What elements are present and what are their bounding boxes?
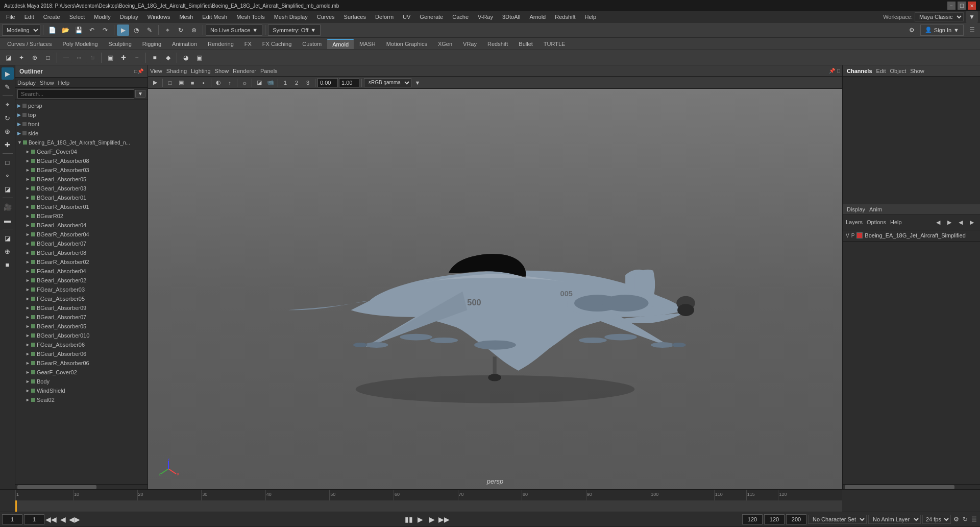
list-item[interactable]: ► WindShield (15, 386, 148, 395)
menu-select[interactable]: Select (65, 13, 89, 21)
create-poly-button[interactable]: □ (2, 156, 14, 169)
vp-lights-button[interactable]: ☼ (239, 78, 250, 87)
sign-in-button[interactable]: 👤 Sign In ▼ (920, 25, 964, 36)
goto-end-button[interactable]: ▶▶ (439, 514, 449, 524)
tab-redshift[interactable]: Redshift (482, 39, 513, 49)
fps-selector[interactable]: 24 fps (922, 515, 951, 524)
list-item[interactable]: ► FGear_Absorber05 (15, 294, 148, 303)
paint-select-button[interactable]: ✎ (143, 25, 156, 36)
isolate-button[interactable]: ◕ (180, 52, 192, 63)
snap-surface-button[interactable]: □ (42, 52, 54, 63)
right-panel-scrollbar[interactable] (843, 484, 980, 489)
vp-grid-button[interactable]: ◪ (254, 78, 264, 87)
vp-display-quality-low[interactable]: 1 (280, 78, 290, 87)
timeline-ruler[interactable]: 1102030405060708090100110115120 (15, 490, 842, 501)
menu-windows[interactable]: Windows (143, 13, 175, 21)
list-item[interactable]: ► BGearR_Absorber01 (15, 202, 148, 211)
save-scene-button[interactable]: 💾 (72, 25, 85, 36)
menu-uv[interactable]: UV (399, 13, 414, 21)
list-item[interactable]: ► BGearl_Absorber05 (15, 175, 148, 184)
list-item[interactable]: ► GearF_Cover02 (15, 368, 148, 377)
vp-display-quality-med[interactable]: 2 (291, 78, 302, 87)
snap-curve-button[interactable]: ✦ (15, 52, 28, 63)
menu-surfaces[interactable]: Surfaces (340, 13, 370, 21)
layer-prev2-button[interactable]: ◀ (955, 218, 966, 227)
rotate-lt-button[interactable]: ↻ (2, 112, 14, 124)
list-item[interactable]: ► BGearR_Absorber02 (15, 257, 148, 267)
vp-render-button[interactable]: ▶ (150, 78, 160, 87)
open-scene-button[interactable]: 📂 (59, 25, 71, 36)
menu-curves[interactable]: Curves (313, 13, 339, 21)
tab-animation[interactable]: Animation (167, 39, 202, 49)
stop-button[interactable]: ▮▮ (404, 514, 414, 524)
goto-start-button[interactable]: ◀◀ (46, 514, 56, 524)
list-item[interactable]: ► BGearl_Absorber07 (15, 313, 148, 322)
display-lt-button[interactable]: ■ (2, 258, 14, 271)
vp-smooth-button[interactable]: ▣ (176, 78, 186, 87)
next-frame-button[interactable]: ▶ (427, 514, 437, 524)
select-tool-lt-button[interactable]: ▶ (2, 67, 14, 80)
poly-select-button[interactable]: ▣ (104, 52, 116, 63)
scale-tool-button[interactable]: ⊛ (188, 25, 200, 36)
list-item[interactable]: ► BGearR_Absorber08 (15, 156, 148, 165)
tab-motion-graphics[interactable]: Motion Graphics (381, 39, 432, 49)
menu-help[interactable]: Help (581, 13, 601, 21)
move-tool-button[interactable]: ⌖ (161, 25, 174, 36)
menu-file[interactable]: File (2, 13, 19, 21)
menu-deform[interactable]: Deform (371, 13, 398, 21)
tab-turtle[interactable]: TURTLE (538, 39, 571, 49)
reflection-button[interactable]: ◾ (86, 52, 99, 63)
outliner-item-side[interactable]: ▶ side (15, 129, 148, 138)
list-item[interactable]: ► BGearl_Absorber03 (15, 184, 148, 193)
new-scene-button[interactable]: 📄 (46, 25, 58, 36)
create-surface-button[interactable]: ◪ (2, 183, 14, 195)
layer-prev-button[interactable]: ◀ (933, 218, 943, 227)
vp-display-quality-high[interactable]: 3 (303, 78, 313, 87)
layer-tab-display[interactable]: Display (847, 206, 865, 212)
frame-all-button[interactable]: ▣ (193, 52, 205, 63)
snap-point-button[interactable]: ⊕ (29, 52, 41, 63)
menu-modify[interactable]: Modify (90, 13, 114, 21)
prev-frame-button[interactable]: ◀ (58, 514, 68, 524)
vp-value1-input[interactable]: 0.00 (317, 78, 338, 87)
list-item[interactable]: ► BGearl_Absorber05 (15, 322, 148, 331)
move-lt-button[interactable]: ⌖ (2, 99, 14, 111)
lasso-select-button[interactable]: ◔ (130, 25, 142, 36)
outliner-menu-display[interactable]: Display (17, 80, 36, 86)
menu-edit[interactable]: Edit (20, 13, 38, 21)
multi-cut-button[interactable]: ◆ (162, 52, 174, 63)
grid-lt-button[interactable]: ◪ (2, 232, 14, 244)
channel-tab-edit[interactable]: Edit (876, 68, 886, 74)
play-back-button[interactable]: ◀▶ (69, 514, 80, 524)
outliner-horizontal-scrollbar[interactable] (15, 484, 148, 489)
vp-pin-button[interactable]: 📌 (829, 68, 835, 74)
list-item[interactable]: ► FGear_Absorber03 (15, 285, 148, 294)
start-frame-input[interactable]: 1 (24, 514, 44, 524)
mode-selector[interactable]: Modeling (2, 25, 40, 36)
vp-xray-button[interactable]: ◐ (213, 78, 224, 87)
vp-menu-shading[interactable]: Shading (166, 68, 187, 74)
vp-menu-lighting[interactable]: Lighting (191, 68, 211, 74)
layer-visibility-toggle[interactable]: V (846, 233, 849, 238)
tab-rigging[interactable]: Rigging (137, 39, 166, 49)
workspace-dropdown[interactable]: Maya Classic (915, 12, 964, 21)
current-frame-input[interactable]: 1 (2, 514, 22, 524)
tab-curves-surfaces[interactable]: Curves / Surfaces (2, 39, 57, 49)
layer-playback-toggle[interactable]: P (851, 233, 855, 238)
menu-vray[interactable]: V-Ray (474, 13, 497, 21)
tab-poly-modeling[interactable]: Poly Modeling (57, 39, 103, 49)
list-item[interactable]: ► BGearl_Absorber010 (15, 331, 148, 340)
layer-color-swatch[interactable] (856, 232, 863, 238)
list-item[interactable]: ► BGearl_Absorber06 (15, 349, 148, 358)
list-item[interactable]: ► FGearl_Absorber04 (15, 267, 148, 276)
close-button[interactable]: ✕ (968, 2, 976, 10)
snap-lt-button[interactable]: ⊕ (2, 245, 14, 257)
menu-3dtoall[interactable]: 3DtoAll (498, 13, 524, 21)
scale-lt-button[interactable]: ⊛ (2, 125, 14, 137)
no-anim-layer-selector[interactable]: No Anim Layer (868, 515, 921, 524)
list-item[interactable]: ► BGearR02 (15, 211, 148, 221)
channel-tab-object[interactable]: Object (890, 68, 906, 74)
vp-float-button[interactable]: □ (837, 68, 840, 74)
end-frame-input[interactable]: 120 (742, 514, 763, 524)
outliner-item-boeing-group[interactable]: ▼ Boeing_EA_18G_Jet_Aircraft_Simplified_… (15, 138, 148, 147)
